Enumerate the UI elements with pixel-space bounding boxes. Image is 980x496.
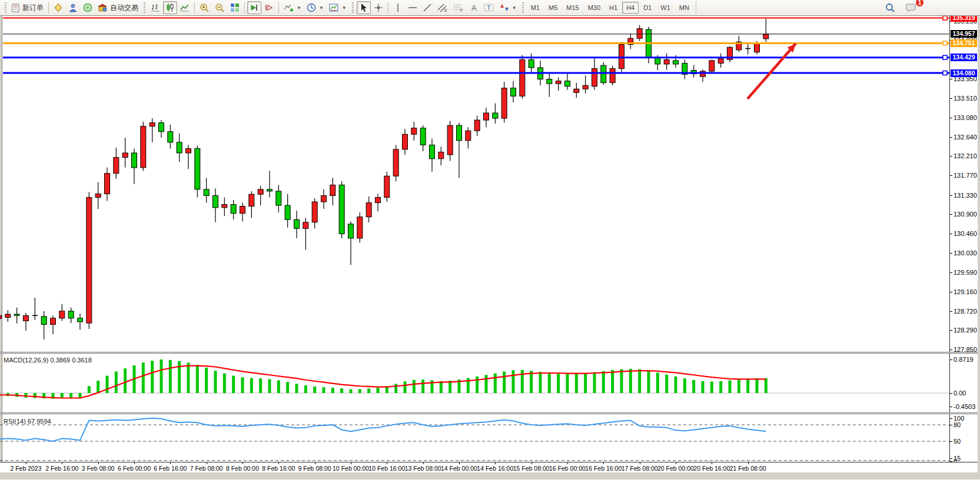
zoom-out-button[interactable] [212,1,227,14]
new-order-button[interactable]: 新订单 [9,1,46,14]
text-label-tool-button[interactable]: T [481,1,497,14]
time-tick-mark [495,462,496,464]
tab-timeframe-h4[interactable]: H4 [622,2,639,14]
candle-body [447,125,453,155]
candlestick-chart-button[interactable] [163,1,177,14]
vertical-line-tool-button[interactable] [391,1,405,14]
macd-histogram-bar [674,377,677,393]
equidistant-channel-tool-button[interactable]: E [435,1,450,14]
pane-separator[interactable] [0,412,978,414]
toolbar-grip[interactable] [521,2,525,13]
macd-histogram-bar [484,375,487,393]
auto-trading-label: 自动交易 [110,3,138,13]
periods-button[interactable]: ▼ [304,1,326,14]
axis-tick-mark [950,195,952,196]
candle-body [366,203,371,217]
candle-body [601,65,606,82]
auto-trading-button[interactable]: 自动交易 [95,1,141,14]
macd-histogram-bar [557,374,560,393]
price-label-box-134.957: 134.957 [951,30,977,38]
crosshair-tool-button[interactable] [371,1,386,14]
line-handle [943,41,947,45]
time-axis[interactable]: 2 Feb 20232 Feb 16:003 Feb 08:006 Feb 00… [0,462,978,472]
tile-windows-button[interactable] [228,1,242,14]
pane-separator[interactable] [0,352,978,354]
profiles-icon [54,3,63,12]
axis-tick-mark [950,441,952,442]
time-tick-label: 9 Feb 08:00 [294,465,335,472]
auto-scroll-icon [250,3,259,12]
tab-timeframe-m15[interactable]: M15 [562,2,583,14]
main-price-chart[interactable] [0,0,949,352]
price-tick-label: 131.770 [954,172,977,179]
candle-body [104,174,109,194]
macd-pane[interactable] [0,354,949,412]
macd-histogram-bar [593,372,596,393]
candle-body [375,197,380,202]
time-tick-mark [242,462,243,464]
market-watch-button[interactable] [66,1,80,14]
time-tick-mark [567,462,568,464]
candle-body [131,153,137,168]
axis-tick-mark [950,175,952,176]
axis-tick-mark [950,98,952,99]
indicators-button[interactable]: ▼ [281,1,304,14]
fibonacci-tool-button[interactable]: F [451,1,466,14]
trendline-tool-button[interactable] [420,1,434,14]
candle-body [231,205,236,214]
price-label-box-134.751: 134.751 [951,39,977,47]
time-tick-label: 7 Feb 08:00 [186,465,227,472]
candle-body [195,148,200,189]
arrows-tool-button[interactable]: ▼ [497,1,519,14]
zoom-in-button[interactable] [197,1,212,14]
macd-histogram-bar [105,376,108,393]
axis-tick-mark [950,407,952,407]
cursor-tool-button[interactable] [357,1,371,14]
time-tick-label: 16 Feb 16:00 [583,465,624,472]
horizontal-line-tool-button[interactable] [406,1,420,14]
search-button[interactable] [883,1,898,14]
time-tick-label: 16 Feb 00:00 [547,465,588,472]
macd-histogram-bar [88,386,91,393]
line-chart-button[interactable] [178,1,192,14]
tab-timeframe-mn[interactable]: MN [675,2,693,14]
axis-tick-mark [950,393,952,394]
chart-shift-button[interactable] [262,1,276,14]
tab-timeframe-h1[interactable]: H1 [605,2,622,14]
notifications-button[interactable]: 1 [903,1,919,14]
rsi-pane[interactable] [0,414,949,462]
price-axis[interactable]: 135.250134.820133.950133.510133.080132.6… [949,0,978,462]
chart-profiles-button[interactable] [51,1,65,14]
time-tick-label: 17 Feb 08:00 [619,465,660,472]
macd-histogram-bar [322,387,325,393]
tab-timeframe-w1[interactable]: W1 [656,2,675,14]
toolbar-grip[interactable] [4,2,8,13]
auto-scroll-button[interactable] [247,1,261,14]
bar-chart-button[interactable] [148,1,162,14]
tab-timeframe-m1[interactable]: M1 [527,2,544,14]
line-handle [943,55,947,59]
candle-body [177,142,182,153]
tab-timeframe-d1[interactable]: D1 [639,2,656,14]
macd-histogram-bar [169,360,172,393]
mt4-terminal-window: 新订单 自动交易 [0,0,980,496]
tab-timeframe-m5[interactable]: M5 [544,2,562,14]
price-tick-label: 133.080 [954,114,977,121]
fibonacci-icon: F [453,3,464,12]
text-tool-button[interactable]: A [467,1,481,14]
macd-histogram-bar [358,389,361,393]
toolbar-grip[interactable] [351,2,355,13]
tab-timeframe-m30[interactable]: M30 [584,2,604,14]
candle-body [95,194,101,197]
time-tick-label: 3 Feb 08:00 [78,465,119,472]
window-frame-right [978,0,980,480]
candle-body [348,224,353,238]
macd-histogram-bar [115,371,118,393]
templates-button[interactable]: ▼ [327,1,349,14]
candle-body [529,59,534,68]
navigator-button[interactable] [81,1,95,14]
toolbar-grip[interactable] [142,2,147,13]
axis-tick-mark [950,272,952,273]
macd-histogram-bar [69,393,72,398]
macd-histogram-bar [602,371,605,393]
